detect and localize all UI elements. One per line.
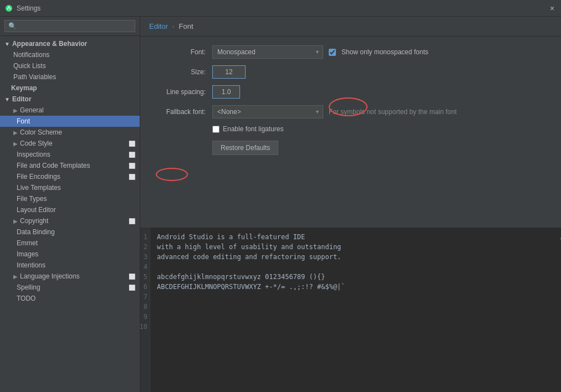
sidebar-item-label: File Encodings (17, 173, 60, 180)
sidebar-item-label: Spelling (17, 283, 40, 291)
preview-line: abcdefghijklmnopqrstuvwxyz 0123456789 ()… (157, 272, 561, 282)
line-number: 1 (140, 232, 147, 242)
sidebar-item-copyright[interactable]: ▶ Copyright ⬜ (0, 215, 140, 226)
sidebar-item-fileencodings[interactable]: File Encodings ⬜ (0, 171, 140, 182)
settings-icon: ⬜ (129, 218, 135, 224)
sidebar-item-label: Keymap (11, 84, 37, 92)
monospaced-label: Show only monospaced fonts (341, 48, 429, 56)
expand-icon: ▼ (4, 96, 10, 102)
fallback-hint: For symbols not supported by the main fo… (329, 108, 457, 116)
preview-line (157, 302, 561, 312)
main-layout: ▼ Appearance & Behavior Notifications Qu… (0, 17, 561, 392)
fallback-select-wrapper: <None> (212, 105, 323, 118)
sidebar-item-intentions[interactable]: Intentions (0, 260, 140, 271)
sidebar-item-label: General (20, 106, 44, 114)
fallback-label: Fallback font: (151, 108, 212, 116)
sidebar-item-font[interactable]: Font (0, 116, 140, 127)
settings-icon: ⬜ (129, 152, 135, 158)
preview-code: Android Studio is a full-featured IDE wi… (150, 228, 561, 392)
sidebar-item-livetemplates[interactable]: Live Templates (0, 182, 140, 193)
sidebar-item-spelling[interactable]: Spelling ⬜ (0, 282, 140, 293)
preview-line: Android Studio is a full-featured IDE (157, 232, 561, 242)
app-icon (4, 4, 13, 13)
breadcrumb-editor[interactable]: Editor (149, 22, 168, 30)
sidebar-item-emmet[interactable]: Emmet (0, 238, 140, 249)
settings-icon: ⬜ (129, 163, 135, 169)
font-select[interactable]: Monospaced (212, 45, 323, 59)
sidebar-item-label: File Types (17, 195, 47, 203)
sidebar-item-label: Emmet (17, 239, 38, 247)
expand-icon: ▶ (13, 141, 18, 147)
expand-icon: ▶ (13, 218, 18, 224)
breadcrumb: Editor › Font (140, 17, 561, 37)
expand-icon: ▶ (13, 130, 18, 136)
sidebar-item-label: Intentions (17, 261, 45, 269)
fallback-font-select[interactable]: <None> (212, 105, 323, 118)
expand-icon: ▶ (13, 274, 18, 280)
sidebar-item-label: Notifications (13, 51, 49, 59)
sidebar-item-quicklists[interactable]: Quick Lists (0, 60, 140, 71)
sidebar-item-layouteditor[interactable]: Layout Editor (0, 204, 140, 215)
line-number: 10 (140, 322, 147, 332)
sidebar-item-label: Code Style (20, 140, 53, 147)
monospaced-checkbox[interactable] (329, 49, 336, 56)
sidebar-item-general[interactable]: ▶ General (0, 105, 140, 116)
expand-icon: ▶ (13, 107, 18, 114)
preview-line (157, 292, 561, 302)
close-button[interactable]: × (548, 4, 557, 13)
line-number: 5 (140, 272, 147, 282)
sidebar-item-filetypes[interactable]: File Types (0, 193, 140, 204)
sidebar-item-label: Font (17, 117, 30, 125)
font-label: Font: (151, 48, 212, 56)
sidebar-item-todo[interactable]: TODO (0, 293, 140, 304)
restore-defaults-button[interactable]: Restore Defaults (212, 141, 278, 155)
sidebar-item-pathvariables[interactable]: Path Variables (0, 71, 140, 82)
sidebar: ▼ Appearance & Behavior Notifications Qu… (0, 17, 140, 392)
sidebar-tree: ▼ Appearance & Behavior Notifications Qu… (0, 36, 140, 392)
line-number: 3 (140, 252, 147, 262)
sidebar-item-keymap[interactable]: Keymap (0, 82, 140, 94)
sidebar-item-images[interactable]: Images (0, 249, 140, 260)
sidebar-item-codestyle[interactable]: ▶ Code Style ⬜ (0, 138, 140, 149)
sidebar-item-label: File and Code Templates (17, 162, 90, 169)
svg-point-0 (6, 5, 12, 12)
line-number: 9 (140, 312, 147, 322)
settings-icon: ⬜ (129, 141, 135, 147)
linespacing-control-area (212, 85, 240, 99)
preview-line: advanced code editing and refactoring su… (157, 252, 561, 262)
preview-gutter: 1 2 3 4 5 6 7 8 9 10 (140, 228, 150, 392)
preview-line: ABCDEFGHIJKLMNOPQRSTUVWXYZ +-*/= .,;:!? … (157, 282, 561, 292)
size-row: Size: (151, 65, 550, 79)
sidebar-item-inspections[interactable]: Inspections ⬜ (0, 149, 140, 160)
sidebar-item-label: Language Injections (20, 272, 79, 280)
sidebar-item-colorscheme[interactable]: ▶ Color Scheme (0, 127, 140, 138)
font-select-wrapper: Monospaced (212, 45, 323, 59)
sidebar-item-notifications[interactable]: Notifications (0, 49, 140, 60)
line-number: 8 (140, 302, 147, 312)
size-input[interactable] (212, 65, 246, 79)
window-title: Settings (17, 4, 548, 12)
sidebar-item-label: Copyright (20, 217, 48, 225)
sidebar-item-label: Color Scheme (20, 128, 62, 136)
sidebar-item-label: Quick Lists (13, 62, 46, 70)
preview-line (157, 312, 561, 322)
sidebar-item-databinding[interactable]: Data Binding (0, 226, 140, 238)
monospaced-checkbox-label: Show only monospaced fonts (329, 48, 429, 56)
line-number: 6 (140, 282, 147, 292)
sidebar-item-languageinjections[interactable]: ▶ Language Injections ⬜ (0, 271, 140, 282)
search-input[interactable] (4, 20, 135, 32)
font-control-area: Monospaced Show only monospaced fonts (212, 45, 429, 59)
line-number: 2 (140, 242, 147, 252)
annotation-circle-font (156, 168, 188, 181)
sidebar-item-appearance[interactable]: ▼ Appearance & Behavior (0, 38, 140, 49)
sidebar-item-filecodetemplates[interactable]: File and Code Templates ⬜ (0, 160, 140, 171)
fallback-control-area: <None> For symbols not supported by the … (212, 105, 457, 118)
sidebar-item-label: Appearance & Behavior (12, 40, 87, 48)
line-number: 7 (140, 292, 147, 302)
size-control-area (212, 65, 246, 79)
size-label: Size: (151, 68, 212, 76)
linespacing-input[interactable] (212, 85, 240, 99)
content-area: Editor › Font Font: Monospaced Show only… (140, 17, 561, 392)
sidebar-item-editor[interactable]: ▼ Editor (0, 94, 140, 105)
ligatures-checkbox[interactable] (212, 126, 220, 133)
